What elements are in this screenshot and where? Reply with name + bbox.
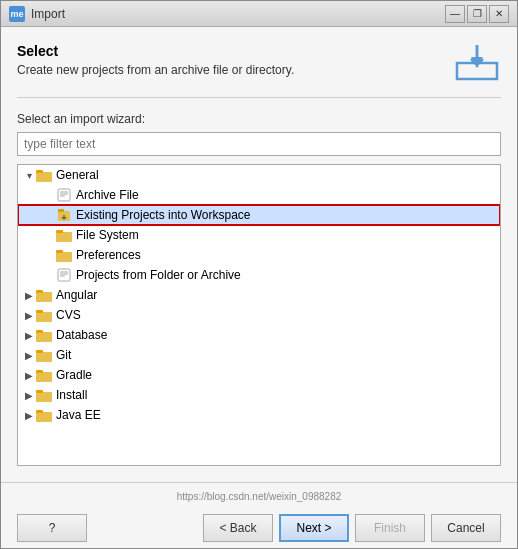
- page-title: Select: [17, 43, 294, 59]
- svg-rect-16: [56, 232, 72, 242]
- expand-spacer-existing: [42, 208, 56, 222]
- tree-item-database[interactable]: ▶ Database: [18, 325, 500, 345]
- next-button[interactable]: Next >: [279, 514, 349, 542]
- svg-rect-24: [36, 292, 52, 302]
- svg-rect-37: [36, 410, 43, 413]
- url-bar: https://blog.csdn.net/weixin_0988282: [1, 491, 517, 502]
- import-window: me Import — ❐ ✕ Select Create new projec…: [0, 0, 518, 549]
- tree-label-database: Database: [56, 328, 107, 342]
- tree-label-existing-projects: Existing Projects into Workspace: [76, 208, 251, 222]
- svg-rect-34: [36, 392, 52, 402]
- wizard-label: Select an import wizard:: [17, 112, 501, 126]
- tree-item-preferences[interactable]: Preferences: [18, 245, 500, 265]
- tree-item-git[interactable]: ▶ Git: [18, 345, 500, 365]
- svg-rect-18: [56, 252, 72, 262]
- folder-icon-git: [36, 348, 52, 362]
- import-icon: [453, 43, 501, 83]
- tree-label-install: Install: [56, 388, 87, 402]
- tree-item-projects-folder[interactable]: Projects from Folder or Archive: [18, 265, 500, 285]
- back-button[interactable]: < Back: [203, 514, 273, 542]
- tree-label-javaee: Java EE: [56, 408, 101, 422]
- svg-rect-6: [58, 189, 70, 201]
- tree-label-projects-folder: Projects from Folder or Archive: [76, 268, 241, 282]
- header-section: Select Create new projects from an archi…: [17, 43, 501, 98]
- svg-rect-27: [36, 310, 43, 313]
- tree-item-javaee[interactable]: ▶ Java EE: [18, 405, 500, 425]
- content-area: Select Create new projects from an archi…: [1, 27, 517, 482]
- expand-icon-database: ▶: [22, 328, 36, 342]
- svg-rect-35: [36, 390, 43, 393]
- expand-icon-gradle: ▶: [22, 368, 36, 382]
- expand-icon-angular: ▶: [22, 288, 36, 302]
- expand-icon-install: ▶: [22, 388, 36, 402]
- expand-spacer-pref: [42, 248, 56, 262]
- folder-icon-angular: [36, 288, 52, 302]
- tree-label-general: General: [56, 168, 99, 182]
- tree-label-gradle: Gradle: [56, 368, 92, 382]
- svg-rect-19: [56, 250, 63, 253]
- help-button[interactable]: ?: [17, 514, 87, 542]
- tree-item-angular[interactable]: ▶ Angular: [18, 285, 500, 305]
- folder-icon-javaee: [36, 408, 52, 422]
- svg-rect-26: [36, 312, 52, 322]
- maximize-button[interactable]: ❐: [467, 5, 487, 23]
- title-bar: me Import — ❐ ✕: [1, 1, 517, 27]
- svg-rect-33: [36, 370, 43, 373]
- expand-icon-general: ▾: [22, 168, 36, 182]
- svg-rect-20: [58, 269, 70, 281]
- expand-icon-javaee: ▶: [22, 408, 36, 422]
- page-description: Create new projects from an archive file…: [17, 63, 294, 77]
- app-icon: me: [9, 6, 25, 22]
- file-icon-existing: [56, 208, 72, 222]
- svg-rect-28: [36, 332, 52, 342]
- tree-item-archive-file[interactable]: Archive File: [18, 185, 500, 205]
- tree-item-cvs[interactable]: ▶ CVS: [18, 305, 500, 325]
- svg-rect-25: [36, 290, 43, 293]
- cancel-button[interactable]: Cancel: [431, 514, 501, 542]
- tree-label-file-system: File System: [76, 228, 139, 242]
- tree-container[interactable]: ▾ General: [17, 164, 501, 466]
- folder-icon-gradle: [36, 368, 52, 382]
- file-icon-archive: [56, 188, 72, 202]
- svg-rect-4: [36, 172, 52, 182]
- filter-input[interactable]: [17, 132, 501, 156]
- button-container: ? < Back Next > Finish Cancel: [1, 508, 517, 548]
- svg-rect-31: [36, 350, 43, 353]
- file-icon-pfoa: [56, 268, 72, 282]
- finish-button[interactable]: Finish: [355, 514, 425, 542]
- tree-label-git: Git: [56, 348, 71, 362]
- window-controls: — ❐ ✕: [445, 5, 509, 23]
- folder-icon-database: [36, 328, 52, 342]
- expand-icon-cvs: ▶: [22, 308, 36, 322]
- folder-icon-general: [36, 168, 52, 182]
- tree-item-file-system[interactable]: File System: [18, 225, 500, 245]
- tree-label-preferences: Preferences: [76, 248, 141, 262]
- expand-icon-git: ▶: [22, 348, 36, 362]
- svg-rect-36: [36, 412, 52, 422]
- close-button[interactable]: ✕: [489, 5, 509, 23]
- tree-item-general[interactable]: ▾ General: [18, 165, 500, 185]
- tree-item-gradle[interactable]: ▶ Gradle: [18, 365, 500, 385]
- svg-rect-32: [36, 372, 52, 382]
- tree-label-angular: Angular: [56, 288, 97, 302]
- folder-icon-fs: [56, 228, 72, 242]
- svg-rect-11: [58, 209, 64, 212]
- folder-icon-install: [36, 388, 52, 402]
- header-text: Select Create new projects from an archi…: [17, 43, 294, 77]
- expand-spacer-fs: [42, 228, 56, 242]
- svg-rect-30: [36, 352, 52, 362]
- folder-icon-pref: [56, 248, 72, 262]
- tree-label-cvs: CVS: [56, 308, 81, 322]
- expand-spacer-pfoa: [42, 268, 56, 282]
- tree-item-existing-projects[interactable]: Existing Projects into Workspace: [18, 205, 500, 225]
- svg-rect-5: [36, 170, 43, 173]
- nav-buttons: < Back Next > Finish Cancel: [203, 514, 501, 542]
- tree-label-archive-file: Archive File: [76, 188, 139, 202]
- tree-item-install[interactable]: ▶ Install: [18, 385, 500, 405]
- svg-rect-29: [36, 330, 43, 333]
- footer-section: https://blog.csdn.net/weixin_0988282 ? <…: [1, 482, 517, 548]
- folder-icon-cvs: [36, 308, 52, 322]
- window-title: Import: [31, 7, 445, 21]
- svg-rect-17: [56, 230, 63, 233]
- minimize-button[interactable]: —: [445, 5, 465, 23]
